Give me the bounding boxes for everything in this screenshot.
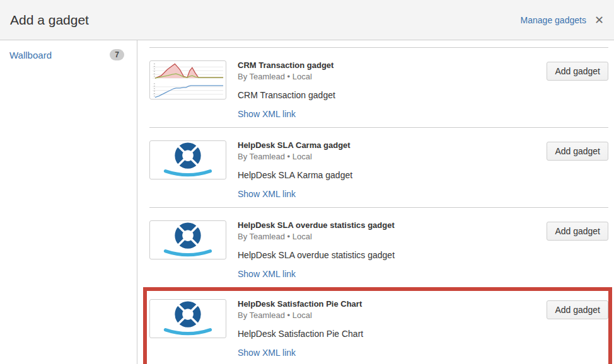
swoosh-icon — [166, 171, 211, 175]
gadget-title: HelpDesk Satisfaction Pie Chart — [238, 299, 547, 309]
gadget-info: CRM Transaction gadget By Teamlead • Loc… — [226, 60, 547, 120]
gadget-byline: By Teamlead • Local — [238, 232, 547, 241]
gadget-description: CRM Transaction gadget — [238, 90, 547, 100]
add-gadget-button[interactable]: Add gadget — [547, 300, 608, 319]
add-gadget-dialog: Add a gadget Manage gadgets ✕ Wallboard … — [0, 0, 614, 364]
gadget-row-sla-overdue: HelpDesk SLA overdue statistics gadget B… — [149, 207, 608, 287]
lifesaver-icon — [150, 140, 226, 179]
gadget-info: HelpDesk Satisfaction Pie Chart By Teaml… — [226, 299, 547, 358]
gadget-thumbnail — [149, 220, 226, 259]
gadget-thumbnail — [149, 299, 226, 338]
lifesaver-icon — [150, 220, 226, 259]
gadget-title: CRM Transaction gadget — [238, 60, 547, 70]
gadget-byline: By Teamlead • Local — [238, 72, 547, 81]
dialog-body: Wallboard 7 — [0, 40, 614, 364]
gadget-thumbnail — [149, 60, 226, 100]
sidebar: Wallboard 7 — [0, 40, 137, 364]
gadget-row-sla-karma: HelpDesk SLA Carma gadget By Teamlead • … — [149, 127, 608, 207]
gadget-info: HelpDesk SLA Carma gadget By Teamlead • … — [226, 140, 547, 200]
add-gadget-button[interactable]: Add gadget — [547, 142, 608, 161]
show-xml-link[interactable]: Show XML link — [238, 269, 296, 279]
dialog-header: Add a gadget Manage gadgets ✕ — [0, 0, 614, 40]
gadget-title: HelpDesk SLA Carma gadget — [238, 140, 547, 150]
gadget-thumbnail — [149, 140, 226, 179]
manage-gadgets-link[interactable]: Manage gadgets — [521, 15, 586, 25]
crm-line-chart-icon — [150, 60, 226, 100]
show-xml-link[interactable]: Show XML link — [238, 109, 296, 119]
gadget-count-badge: 7 — [110, 49, 124, 60]
gadget-byline: By Teamlead • Local — [238, 310, 547, 320]
sidebar-item-wallboard[interactable]: Wallboard 7 — [0, 47, 137, 62]
page-title: Add a gadget — [10, 13, 89, 28]
gadget-description: HelpDesk SLA Karma gadget — [238, 170, 547, 180]
add-gadget-button[interactable]: Add gadget — [547, 62, 608, 81]
highlight-annotation-box: HelpDesk Satisfaction Pie Chart By Teaml… — [143, 287, 612, 364]
gadget-info: HelpDesk SLA overdue statistics gadget B… — [226, 220, 547, 280]
gadget-description: HelpDesk SLA overdue statistics gadget — [238, 250, 547, 260]
gadget-row-satisfaction-pie: HelpDesk Satisfaction Pie Chart By Teaml… — [149, 291, 608, 364]
close-icon[interactable]: ✕ — [594, 14, 604, 26]
swoosh-icon — [166, 330, 211, 334]
header-actions: Manage gadgets ✕ — [521, 14, 604, 26]
show-xml-link[interactable]: Show XML link — [238, 189, 296, 199]
list-top-spacer — [149, 40, 608, 47]
sidebar-item-label: Wallboard — [9, 50, 52, 60]
gadget-list: CRM Transaction gadget By Teamlead • Loc… — [137, 40, 614, 364]
add-gadget-button[interactable]: Add gadget — [547, 222, 608, 241]
show-xml-link[interactable]: Show XML link — [238, 348, 296, 358]
gadget-description: HelpDesk Satisfaction Pie Chart — [238, 329, 547, 339]
gadget-row-crm-transaction: CRM Transaction gadget By Teamlead • Loc… — [149, 47, 608, 127]
swoosh-icon — [166, 251, 211, 255]
lifesaver-icon — [150, 299, 226, 338]
gadget-title: HelpDesk SLA overdue statistics gadget — [238, 220, 547, 230]
gadget-byline: By Teamlead • Local — [238, 152, 547, 161]
